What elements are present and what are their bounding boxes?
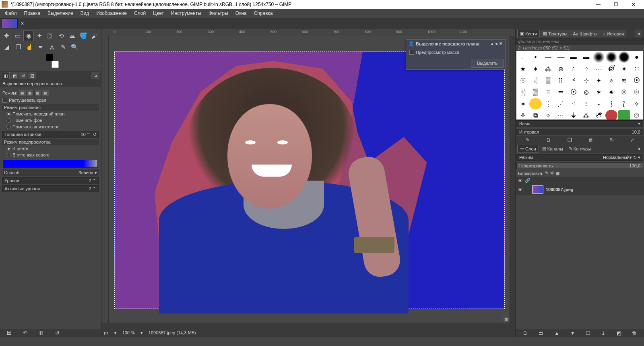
new-brush-icon[interactable]: 🗋 [546, 137, 551, 143]
zoom-tool-icon[interactable]: 🔍 [69, 42, 80, 52]
history-tab[interactable]: ≡История [601, 30, 626, 37]
close-button[interactable]: ✕ [625, 0, 642, 9]
menu-color[interactable]: Цвет [150, 10, 167, 17]
brush-item[interactable]: ⊚ [580, 86, 592, 98]
stroke-width-spinner[interactable]: ▴▾ [87, 132, 91, 137]
brush-item[interactable]: ⋮ [542, 98, 554, 109]
canvas[interactable]: 👤 Выделение переднего плана ▴ ◂ ✕ Предпр… [109, 36, 510, 323]
mask-preview-checkbox[interactable] [409, 50, 414, 55]
device-status-tab-icon[interactable]: ◩ [10, 72, 19, 79]
brush-item[interactable]: ⦿ [631, 75, 643, 86]
mode-subtract-icon[interactable]: ▦ [34, 90, 41, 96]
save-preset-icon[interactable]: 🖫 [6, 330, 12, 336]
tab-menu-icon[interactable]: ◂ [91, 72, 99, 79]
brush-item[interactable]: ⟐ [605, 75, 617, 86]
bucket-fill-tool-icon[interactable]: 🪣 [78, 31, 89, 41]
brush-item[interactable]: ⟅ [618, 98, 630, 109]
brush-item[interactable] [618, 51, 630, 63]
brush-item[interactable]: ⁖ [568, 98, 580, 109]
delete-preset-icon[interactable]: 🗑 [39, 330, 44, 336]
brush-item[interactable]: • [529, 51, 541, 63]
new-group-icon[interactable]: 🗀 [539, 330, 543, 336]
text-tool-icon[interactable]: A [47, 42, 57, 52]
layers-tab[interactable]: ☲Слои [517, 145, 539, 152]
brush-item[interactable]: ⊹ [580, 75, 592, 86]
brush-item[interactable] [605, 51, 617, 63]
minimize-button[interactable]: — [589, 0, 607, 9]
brush-item[interactable]: ★ [517, 63, 529, 74]
brush-item[interactable]: ✶ [592, 86, 605, 98]
draw-bg-radio[interactable] [6, 118, 11, 123]
channels-tab[interactable]: ▤Каналы [540, 145, 566, 152]
mode-intersect-icon[interactable]: ▦ [42, 90, 49, 96]
brush-item[interactable]: ⫶ [580, 98, 592, 109]
menu-select[interactable]: Выделение [44, 10, 76, 17]
layers-dock-menu-icon[interactable]: ◂ [635, 145, 642, 152]
draw-unknown-radio[interactable] [6, 125, 11, 129]
navigation-icon[interactable]: ⊞ [504, 317, 509, 322]
brush-item[interactable] [529, 98, 541, 109]
brush-item[interactable]: ✦ [592, 75, 605, 86]
levels-spinner[interactable]: ▴▾ [93, 178, 97, 183]
images-tab-icon[interactable]: 🖼 [28, 72, 36, 79]
layer-name[interactable]: 1090387.jpeg [546, 187, 574, 192]
brush-item[interactable]: ≋ [618, 75, 630, 86]
brush-item[interactable]: ⦿ [568, 86, 580, 98]
brush-item[interactable] [618, 110, 630, 119]
delete-brush-icon[interactable]: 🗑 [588, 137, 593, 143]
brush-filter-input[interactable]: фильтр по меткам [516, 38, 644, 45]
paintbrush-tool-icon[interactable]: 🖌 [89, 31, 99, 41]
brush-item[interactable]: ⬩ [592, 98, 605, 109]
mode-replace-icon[interactable]: ▦ [19, 90, 26, 96]
horizontal-scrollbar[interactable] [101, 323, 515, 328]
menu-tools[interactable]: Инструменты [168, 10, 204, 17]
brush-item[interactable]: ⋰ [555, 98, 567, 109]
layer-row[interactable]: 👁 1090387.jpeg [516, 184, 644, 195]
color-picker-tool-icon[interactable]: ✎ [58, 42, 68, 52]
move-tool-icon[interactable]: ✥ [2, 31, 12, 41]
lock-alpha-icon[interactable]: ▦ [555, 171, 559, 176]
eraser-tool-icon[interactable]: ◢ [2, 42, 12, 52]
zoom-dropdown[interactable]: 100 % [122, 330, 135, 335]
visibility-header-icon[interactable]: 👁 [518, 178, 522, 183]
fonts-tab[interactable]: AaШрифты [570, 30, 600, 37]
brush-item[interactable]: ░ [517, 86, 529, 98]
brush-item[interactable]: ✷ [605, 86, 617, 98]
patterns-tab[interactable]: ▦Текстуры [541, 30, 570, 37]
draw-fg-radio[interactable] [6, 112, 11, 116]
fuzzy-select-tool-icon[interactable]: ✦ [35, 31, 45, 41]
brush-item[interactable]: ▒ [542, 75, 554, 86]
brush-item[interactable] [605, 110, 617, 119]
canvas-image[interactable] [114, 51, 505, 309]
stroke-width-slider[interactable]: Толщина штрихов 10 ▴▾ ↺ [2, 131, 99, 138]
unit-dropdown[interactable]: px [104, 330, 109, 335]
brush-item[interactable]: ∴ [568, 63, 580, 74]
brush-item[interactable]: ≡ [542, 86, 554, 98]
brush-item[interactable]: — [542, 51, 554, 63]
preview-color-radio[interactable] [6, 146, 11, 151]
menu-help[interactable]: Справка [251, 10, 276, 17]
dialog-detach-icon[interactable]: ▴ [491, 41, 493, 46]
brush-item[interactable] [592, 51, 605, 63]
lock-pixels-icon[interactable]: ✎ [545, 171, 549, 176]
brush-item[interactable]: ༄ [568, 75, 580, 86]
brush-item[interactable]: ▒ [529, 86, 541, 98]
stroke-width-reset-icon[interactable]: ↺ [93, 132, 97, 137]
image-tab-close-icon[interactable]: ✕ [19, 21, 25, 26]
brush-item[interactable]: ⦾ [618, 86, 630, 98]
brush-item[interactable]: –– [555, 51, 567, 63]
restore-preset-icon[interactable]: ↶ [23, 330, 27, 336]
clone-tool-icon[interactable]: ❐ [13, 42, 23, 52]
feather-checkbox[interactable] [2, 98, 7, 103]
layer-thumbnail[interactable] [532, 185, 543, 194]
levels-slider[interactable]: Уровни 2 ▴▾ [2, 177, 99, 184]
layer-visibility-icon[interactable]: 👁 [518, 187, 522, 192]
method-dropdown[interactable]: Левина [78, 170, 97, 175]
warp-tool-icon[interactable]: ⛰ [67, 31, 77, 41]
foreground-color[interactable] [46, 54, 53, 61]
link-header-icon[interactable]: 🔗 [525, 178, 530, 183]
brush-item[interactable]: ⟐ [542, 110, 554, 119]
vertical-ruler[interactable] [101, 36, 109, 323]
brush-item[interactable]: ⁂ [542, 63, 554, 74]
horizontal-ruler[interactable]: 0 100 200 300 400 500 600 700 800 900 10… [101, 29, 515, 36]
